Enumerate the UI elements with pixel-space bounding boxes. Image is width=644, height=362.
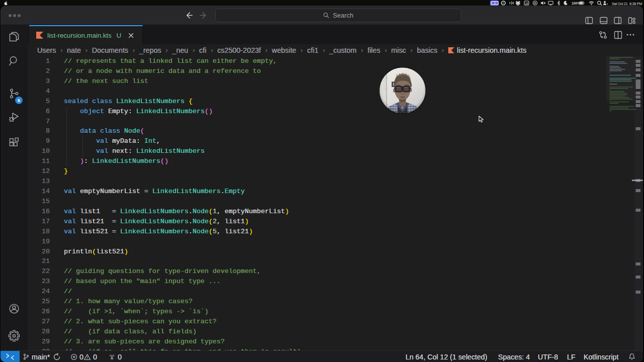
svg-text:28: 28 [525,2,528,5]
svg-text:1: 1 [494,1,496,5]
